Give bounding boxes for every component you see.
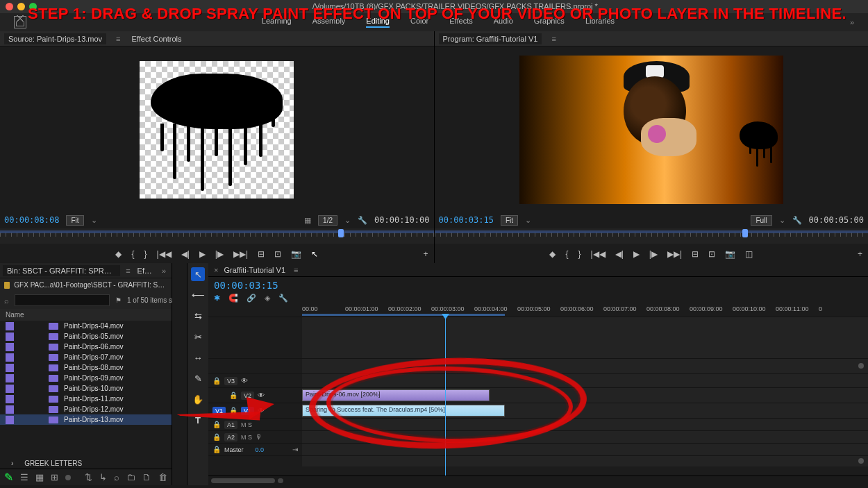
project-item-list[interactable]: Paint-Drips-04.movPaint-Drips-05.movPain… <box>0 321 172 458</box>
automate-icon[interactable]: ↳ <box>99 472 107 482</box>
slip-tool-icon[interactable]: ↔ <box>191 351 205 364</box>
toggle-output-icon[interactable]: 👁 <box>258 392 265 399</box>
find-icon[interactable]: ⌕ <box>114 472 119 482</box>
program-tab[interactable]: Program: Graffiti-Tutorial V1 <box>439 33 542 44</box>
snap-icon[interactable]: 🧲 <box>228 294 238 303</box>
lock-icon[interactable]: 🔒 <box>229 392 237 399</box>
go-to-in-icon[interactable]: |◀◀ <box>157 249 172 259</box>
lock-icon[interactable]: 🔒 <box>212 446 221 453</box>
workspace-audio[interactable]: Audio <box>494 17 513 28</box>
delete-icon[interactable]: 🗑 <box>158 472 167 482</box>
filter-icon[interactable]: ⚑ <box>115 296 122 304</box>
source-playhead[interactable] <box>338 229 344 237</box>
play-icon[interactable]: ▶ <box>633 249 640 259</box>
go-to-out-icon[interactable]: ▶▶| <box>667 249 682 259</box>
export-frame-icon[interactable]: 📷 <box>725 249 735 259</box>
new-item-menu-icon[interactable]: 🗋 <box>142 472 151 482</box>
add-marker-icon[interactable]: ◆ <box>115 249 122 259</box>
mark-out-icon[interactable]: } <box>578 249 581 259</box>
source-viewer[interactable] <box>0 47 434 213</box>
project-item[interactable]: Paint-Drips-13.mov <box>0 414 172 425</box>
workspace-libraries[interactable]: Libraries <box>585 17 615 28</box>
lock-icon[interactable]: 🔒 <box>212 421 221 428</box>
track-select-tool-icon[interactable]: ⟵ <box>191 288 205 302</box>
project-item[interactable]: Paint-Drips-12.mov <box>0 404 172 414</box>
step-forward-icon[interactable]: |▶ <box>215 249 224 259</box>
program-zoom-select[interactable]: Fit <box>501 215 518 226</box>
workspace-assembly[interactable]: Assembly <box>312 17 346 28</box>
overflow-icon[interactable]: » <box>159 267 169 275</box>
v-scroll-handle[interactable] <box>858 458 864 464</box>
source-zoom-select[interactable]: Fit <box>66 215 83 226</box>
lock-icon[interactable]: 🔒 <box>229 407 237 414</box>
icon-view-icon[interactable]: ▦ <box>35 472 44 482</box>
step-forward-icon[interactable]: |▶ <box>649 249 658 259</box>
sort-icon[interactable]: ⇅ <box>85 472 92 482</box>
freeform-view-icon[interactable]: ⊞ <box>51 472 58 482</box>
lock-icon[interactable]: 🔒 <box>212 377 221 385</box>
column-name[interactable]: Name <box>6 311 24 319</box>
project-search-input[interactable] <box>15 294 110 306</box>
hand-tool-icon[interactable]: ✋ <box>191 392 205 406</box>
window-close[interactable] <box>6 3 13 10</box>
toggle-output-icon[interactable]: 👁 <box>241 377 248 385</box>
source-timeline-ruler[interactable] <box>0 228 434 244</box>
project-item[interactable]: Paint-Drips-05.mov <box>0 331 172 342</box>
project-item[interactable]: Paint-Drips-10.mov <box>0 383 172 394</box>
clip-v1[interactable]: Soaring To Success feat. The Draculas.mp… <box>302 405 505 417</box>
step-back-icon[interactable]: ◀| <box>615 249 624 259</box>
project-item[interactable]: Paint-Drips-06.mov <box>0 342 172 352</box>
mute-solo[interactable]: M S <box>241 421 252 428</box>
marker-span-icon[interactable]: ◈ <box>265 294 270 303</box>
linked-selection-icon[interactable]: 🔗 <box>247 294 256 303</box>
program-timecode[interactable]: 00:00:03:15 <box>439 215 494 225</box>
new-bin-icon[interactable]: 🗀 <box>126 472 135 482</box>
panel-menu-icon[interactable]: ≡ <box>126 267 130 275</box>
source-timecode[interactable]: 00:00:08:08 <box>4 215 59 225</box>
close-sequence-icon[interactable]: × <box>214 266 218 274</box>
list-view-icon[interactable]: ☰ <box>20 472 28 482</box>
toggle-output-icon[interactable]: 👁 <box>258 407 265 414</box>
zoom-slider[interactable] <box>65 475 71 480</box>
timeline-body[interactable]: 🔒V3👁 V2 🔒 V2 👁 Paint-Drips-06.mov [200%]… <box>208 317 868 476</box>
program-playhead[interactable] <box>742 229 748 237</box>
timeline-playhead[interactable] <box>445 317 446 476</box>
source-tab[interactable]: Source: Paint-Drips-13.mov <box>4 33 106 44</box>
project-item[interactable]: Paint-Drips-11.mov <box>0 394 172 404</box>
settings-icon[interactable]: 🔧 <box>358 216 367 225</box>
timeline-horizontal-scroll[interactable] <box>208 476 868 485</box>
settings-icon[interactable]: 🔧 <box>792 216 802 225</box>
playhead-jump-icon[interactable]: ⇥ <box>292 446 298 453</box>
source-patch-v1[interactable]: V1 <box>212 407 226 415</box>
panel-menu-icon[interactable]: ≡ <box>294 266 298 274</box>
project-item[interactable]: Paint-Drips-07.mov <box>0 352 172 362</box>
sequence-tab[interactable]: Graffiti-Tutorial V1 <box>224 266 285 274</box>
track-a1-label[interactable]: A1 <box>224 421 237 429</box>
step-back-icon[interactable]: ◀| <box>181 249 190 259</box>
timeline-timecode[interactable]: 00:00:03:15 <box>214 280 278 291</box>
project-item[interactable]: Paint-Drips-09.mov <box>0 373 172 383</box>
master-value[interactable]: 0.0 <box>256 446 265 453</box>
timeline-settings-icon[interactable]: 🔧 <box>278 294 288 303</box>
mark-in-icon[interactable]: { <box>131 249 134 259</box>
mark-in-icon[interactable]: { <box>565 249 568 259</box>
type-tool-icon[interactable]: T <box>191 413 205 427</box>
safe-margins-icon[interactable]: ▦ <box>304 216 311 225</box>
track-master-label[interactable]: Master <box>224 446 244 453</box>
lock-icon[interactable]: 🔒 <box>212 433 221 441</box>
program-timeline-ruler[interactable] <box>435 228 869 244</box>
program-viewer[interactable] <box>435 47 869 213</box>
effect-controls-tab[interactable]: Effect Controls <box>128 33 186 44</box>
mark-out-icon[interactable]: } <box>144 249 147 259</box>
effects-tab[interactable]: Effects <box>133 265 156 276</box>
workspace-editing[interactable]: Editing <box>366 17 390 28</box>
source-resolution-select[interactable]: 1/2 <box>318 215 337 226</box>
overflow-icon[interactable]: » <box>850 18 854 26</box>
timeline-scroll-thumb[interactable] <box>212 478 275 483</box>
razor-tool-icon[interactable]: ✂ <box>191 330 205 344</box>
go-to-out-icon[interactable]: ▶▶| <box>233 249 248 259</box>
workspace-learning[interactable]: Learning <box>262 17 292 28</box>
nest-toggle-icon[interactable]: ✱ <box>214 294 220 303</box>
v-scroll-handle[interactable] <box>858 363 864 369</box>
go-to-in-icon[interactable]: |◀◀ <box>591 249 606 259</box>
